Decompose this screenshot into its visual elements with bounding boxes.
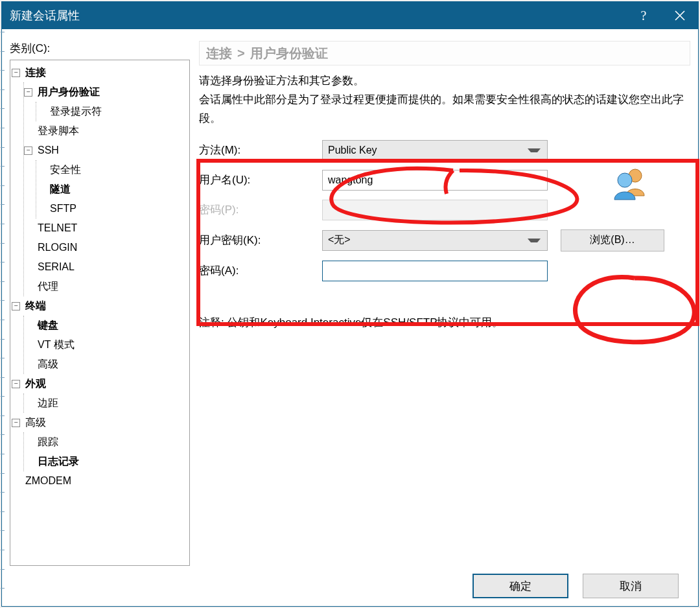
ok-button[interactable]: 确定: [472, 574, 568, 598]
tree-item-term-advanced[interactable]: 高级: [24, 355, 187, 374]
session-properties-dialog: 新建会话属性 ? 类别(C): − 连接: [1, 1, 699, 607]
description-line2: 会话属性中此部分是为了登录过程更便捷而提供的。如果需要安全性很高的状态的话建议您…: [199, 91, 690, 128]
tree-item-connection[interactable]: − 连接: [12, 63, 187, 82]
window-controls: ?: [625, 2, 698, 29]
method-select[interactable]: Public Key: [322, 140, 548, 161]
svg-point-1: [618, 173, 632, 187]
username-label: 用户名(U):: [199, 172, 322, 187]
ruler-marks: [1, 32, 3, 607]
method-label: 方法(M):: [199, 143, 322, 158]
tree-item-security[interactable]: 安全性: [36, 160, 187, 180]
close-button[interactable]: [662, 2, 698, 29]
password-input: [322, 200, 548, 220]
passphrase-input[interactable]: [322, 261, 548, 281]
tree-item-logging[interactable]: 日志记录: [24, 452, 187, 471]
cancel-button[interactable]: 取消: [583, 574, 679, 598]
tree-item-ssh[interactable]: − SSH: [24, 141, 187, 160]
tree-item-trace[interactable]: 跟踪: [24, 432, 187, 452]
tree-item-tunnel[interactable]: 隧道: [36, 180, 187, 199]
tree-item-keyboard[interactable]: 键盘: [24, 316, 187, 335]
tree-item-login-script[interactable]: 登录脚本: [24, 121, 187, 141]
tree-item-user-auth[interactable]: − 用户身份验证: [24, 82, 187, 102]
tree-item-zmodem[interactable]: ZMODEM: [12, 471, 187, 491]
category-tree[interactable]: − 连接 − 用户身份验证: [10, 60, 190, 566]
passphrase-label: 密码(A):: [199, 263, 322, 278]
dialog-footer: 确定 取消: [10, 566, 690, 598]
collapse-icon[interactable]: −: [12, 419, 20, 427]
description-line1: 请选择身份验证方法和其它参数。: [199, 72, 690, 91]
collapse-icon[interactable]: −: [24, 88, 32, 97]
tree-item-sftp[interactable]: SFTP: [36, 199, 187, 218]
breadcrumb-sep: >: [237, 46, 245, 61]
browse-button[interactable]: 浏览(B)…: [561, 229, 664, 251]
tree-item-appearance[interactable]: − 外观: [12, 374, 187, 393]
tree-item-terminal[interactable]: − 终端: [12, 296, 187, 316]
password-label: 密码(P):: [199, 202, 322, 217]
tree-item-margin[interactable]: 边距: [24, 393, 187, 413]
collapse-icon[interactable]: −: [12, 380, 20, 388]
username-input[interactable]: [322, 170, 548, 191]
tree-item-rlogin[interactable]: RLOGIN: [24, 238, 187, 257]
dialog-title: 新建会话属性: [10, 8, 625, 23]
breadcrumb-userauth: 用户身份验证: [250, 45, 328, 62]
tree-item-telnet[interactable]: TELNET: [24, 218, 187, 238]
titlebar: 新建会话属性 ?: [2, 2, 698, 29]
tree-item-vt-mode[interactable]: VT 模式: [24, 335, 187, 355]
help-button[interactable]: ?: [625, 2, 662, 29]
note-text: 注释: 公钥和Keyboard Interactive仅在SSH/SFTP协议中…: [199, 315, 690, 330]
tree-item-serial[interactable]: SERIAL: [24, 257, 187, 277]
tree-item-proxy[interactable]: 代理: [24, 277, 187, 296]
collapse-icon[interactable]: −: [24, 146, 32, 155]
users-icon: [613, 166, 648, 201]
collapse-icon[interactable]: −: [12, 302, 20, 310]
description: 请选择身份验证方法和其它参数。 会话属性中此部分是为了登录过程更便捷而提供的。如…: [199, 72, 690, 128]
userkey-label: 用户密钥(K):: [199, 233, 322, 248]
breadcrumb-connection: 连接: [206, 45, 232, 62]
category-label: 类别(C):: [10, 41, 190, 56]
tree-item-advanced[interactable]: − 高级: [12, 413, 187, 432]
breadcrumb: 连接 > 用户身份验证: [199, 41, 690, 65]
tree-item-login-prompt[interactable]: 登录提示符: [36, 102, 187, 121]
userkey-select[interactable]: <无>: [322, 230, 548, 251]
collapse-icon[interactable]: −: [12, 69, 20, 77]
